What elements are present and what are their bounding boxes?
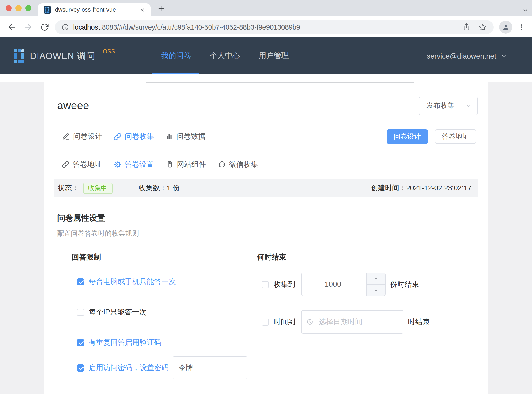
checkbox-label[interactable]: 每个IP只能答一次 <box>89 307 146 317</box>
checkbox-label[interactable]: 每台电脑或手机只能答一次 <box>89 277 176 286</box>
chevron-down-icon <box>465 102 472 109</box>
attr-form: 回答限制 每台电脑或手机只能答一次 每个IP只能答一次 有重复回答启用验证码 <box>44 253 488 379</box>
checkbox-ip-once[interactable] <box>77 309 84 316</box>
subtab-wechat-collect[interactable]: 微信收集 <box>218 160 258 169</box>
survey-design-button[interactable]: 问卷设计 <box>387 129 428 144</box>
subtab-label: 微信收集 <box>229 160 258 169</box>
attr-section-header: 问卷属性设置 配置问卷答卷时的收集规则 <box>44 197 488 238</box>
zoom-window-button[interactable] <box>25 5 32 11</box>
deadline-date-input[interactable] <box>301 310 403 334</box>
quota-suffix: 份时结束 <box>390 280 419 289</box>
gear-icon <box>114 161 122 168</box>
new-tab-button[interactable] <box>155 2 167 15</box>
bookmark-star-icon[interactable] <box>479 23 487 31</box>
nav-item-personal-center[interactable]: 个人中心 <box>201 37 249 74</box>
omnibox-actions <box>463 23 487 31</box>
tab-label: 问卷收集 <box>125 132 154 141</box>
nav-item-my-surveys[interactable]: 我的问卷 <box>152 37 201 74</box>
reload-icon[interactable] <box>38 21 51 33</box>
deadline-date-field <box>301 310 403 334</box>
created-time-value: 2021-12-02 23:02:17 <box>406 184 472 192</box>
checkbox-password[interactable] <box>77 364 84 371</box>
limit-row-captcha: 有重复回答启用验证码 <box>72 335 252 350</box>
number-stepper <box>366 273 385 296</box>
limit-row-device-once: 每台电脑或手机只能答一次 <box>72 274 252 290</box>
answer-url-button[interactable]: 答卷地址 <box>435 129 476 144</box>
bar-chart-icon <box>165 133 173 140</box>
site-info-icon[interactable] <box>61 23 69 31</box>
created-time: 创建时间：2021-12-02 23:02:17 <box>371 184 472 192</box>
tab-close-icon[interactable] <box>138 6 146 14</box>
url-text: localhost:8083/#/dw/survey/c/attr/c98fa1… <box>73 23 457 31</box>
survey-card: aweee 发布收集 问卷设计 问卷收集 <box>44 82 488 394</box>
stepper-up-button[interactable] <box>367 273 385 285</box>
group-title-ending: 何时结束 <box>257 253 488 262</box>
subtab-label: 网站组件 <box>177 160 206 169</box>
subtab-answer-settings[interactable]: 答卷设置 <box>114 160 154 169</box>
collect-count-label: 收集数： <box>139 184 167 192</box>
brand-name: DIAOWEN 调问 <box>30 50 95 62</box>
publish-collect-select[interactable]: 发布收集 <box>419 96 478 115</box>
collect-count: 收集数：1 份 <box>139 184 180 192</box>
nav-item-label: 我的问卷 <box>161 51 191 61</box>
subtab-site-widget[interactable]: 网站组件 <box>166 160 206 169</box>
user-menu[interactable]: service@diaowen.net <box>427 37 508 74</box>
brand-logo[interactable]: DIAOWEN 调问 OSS <box>14 37 115 74</box>
tab-label: 问卷设计 <box>73 132 102 141</box>
tab-survey-collect[interactable]: 问卷收集 <box>113 132 154 141</box>
close-window-button[interactable] <box>6 5 12 11</box>
favicon <box>44 6 51 14</box>
checkbox-quota[interactable] <box>262 281 269 288</box>
ending-row-quota: 收集到 份时结束 <box>257 273 488 296</box>
sub-tabs-row: 答卷地址 答卷设置 网站组件 微信收集 <box>44 150 488 179</box>
limit-row-ip-once: 每个IP只能答一次 <box>72 304 252 320</box>
tab-survey-design[interactable]: 问卷设计 <box>62 132 102 141</box>
checkbox-label[interactable]: 有重复回答启用验证码 <box>89 337 161 347</box>
user-email: service@diaowen.net <box>427 52 496 60</box>
collect-count-value: 1 份 <box>167 184 180 192</box>
chat-bubble-icon <box>218 161 226 168</box>
checkbox-device-once[interactable] <box>77 278 84 285</box>
quota-number-field <box>301 273 385 296</box>
back-icon[interactable] <box>6 21 18 33</box>
tag-icon <box>166 161 174 168</box>
nav-item-label: 个人中心 <box>210 51 240 61</box>
browser-menu-icon[interactable] <box>516 21 527 33</box>
checkbox-deadline[interactable] <box>262 318 269 325</box>
limit-row-password: 启用访问密码，设置密码 <box>72 356 252 379</box>
minimize-window-button[interactable] <box>16 5 21 11</box>
chevron-up-icon <box>373 276 378 281</box>
checkbox-label[interactable]: 收集到 <box>273 280 295 289</box>
browser-tab[interactable]: dwsurvey-oss-front-vue <box>38 3 151 16</box>
brand-badge: OSS <box>103 48 115 55</box>
stepper-down-button[interactable] <box>367 285 385 296</box>
tab-survey-data[interactable]: 问卷数据 <box>165 132 206 141</box>
tab-strip: dwsurvey-oss-front-vue <box>0 0 532 16</box>
status-badge: 收集中 <box>83 182 112 194</box>
password-input[interactable] <box>172 356 247 379</box>
diaowen-logo-icon <box>14 49 25 63</box>
section-description: 配置问卷答卷时的收集规则 <box>57 229 488 238</box>
main-tabs: 问卷设计 问卷收集 问卷数据 <box>62 132 206 141</box>
tab-label: 问卷数据 <box>176 132 206 141</box>
chevron-down-icon <box>501 53 508 59</box>
profile-avatar[interactable] <box>499 20 512 33</box>
pencil-icon <box>62 133 70 140</box>
forward-icon[interactable] <box>22 21 34 33</box>
nav-item-label: 用户管理 <box>259 51 289 61</box>
browser-toolbar: localhost:8083/#/dw/survey/c/attr/c98fa1… <box>0 16 532 37</box>
nav-item-user-management[interactable]: 用户管理 <box>249 37 298 74</box>
checkbox-label[interactable]: 时间到 <box>273 317 295 327</box>
survey-title-row: aweee 发布收集 <box>44 82 488 124</box>
tab-title: dwsurvey-oss-front-vue <box>55 7 138 13</box>
share-icon[interactable] <box>463 23 471 31</box>
app-nav: 我的问卷 个人中心 用户管理 <box>152 37 298 74</box>
checkbox-captcha[interactable] <box>77 339 84 346</box>
action-buttons: 问卷设计 答卷地址 <box>387 129 476 144</box>
link-icon <box>62 161 69 168</box>
address-bar[interactable]: localhost:8083/#/dw/survey/c/attr/c98fa1… <box>55 20 494 34</box>
subtab-answer-url[interactable]: 答卷地址 <box>62 160 102 169</box>
tab-search-chevron-icon[interactable] <box>522 7 528 14</box>
clock-icon <box>306 318 313 325</box>
checkbox-label[interactable]: 启用访问密码，设置密码 <box>89 363 169 373</box>
